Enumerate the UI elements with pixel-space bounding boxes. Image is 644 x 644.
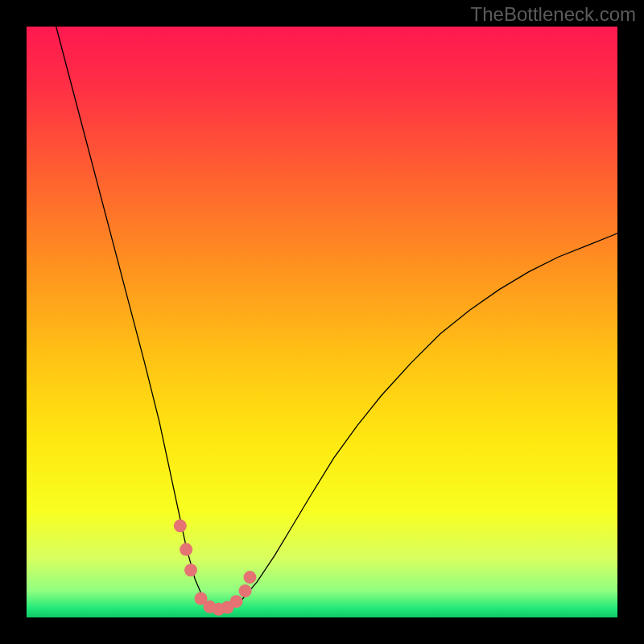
minimum-markers-point [239,584,252,597]
minimum-markers-point [184,564,197,576]
plot-area [27,27,617,617]
chart-svg [27,27,617,617]
watermark-text: TheBottleneck.com [471,3,636,26]
chart-frame: TheBottleneck.com [0,0,644,644]
gradient-background [27,27,617,617]
minimum-markers-point [180,543,192,556]
minimum-markers-point [230,595,243,608]
minimum-markers-point [243,571,256,584]
minimum-markers-point [174,519,187,532]
